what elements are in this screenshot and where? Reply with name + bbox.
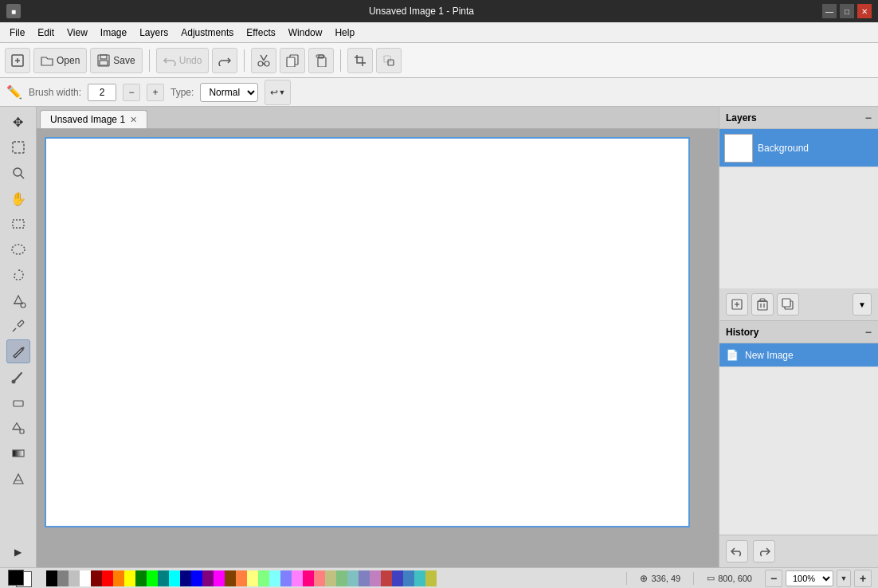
palette-color[interactable]	[69, 570, 80, 586]
palette-color[interactable]	[191, 570, 202, 586]
tab-unsaved-image-1[interactable]: Unsaved Image 1 ✕	[40, 110, 147, 128]
palette-color[interactable]	[258, 570, 269, 586]
toolbox-expand[interactable]: ▶	[6, 540, 30, 564]
close-button[interactable]: ✕	[857, 4, 872, 18]
palette-color[interactable]	[124, 570, 135, 586]
palette-color[interactable]	[370, 570, 381, 586]
palette-color[interactable]	[314, 570, 325, 586]
zoom-select[interactable]: 100% 50% 200%	[786, 570, 833, 586]
selection-tool[interactable]	[6, 135, 30, 159]
eraser-tool[interactable]	[6, 390, 30, 414]
palette-color[interactable]	[247, 570, 258, 586]
layer-item-background[interactable]: Background ✓	[719, 129, 878, 167]
tab-close-icon[interactable]: ✕	[130, 115, 137, 125]
menu-image[interactable]: Image	[94, 25, 133, 41]
palette-color[interactable]	[147, 570, 158, 586]
brush-width-increase[interactable]: +	[147, 84, 164, 101]
history-undo-button[interactable]	[726, 540, 748, 563]
palette-color[interactable]	[392, 570, 403, 586]
menu-help[interactable]: Help	[328, 25, 361, 41]
gradient-tool[interactable]	[6, 441, 30, 465]
brush-type-select[interactable]: Normal	[200, 83, 258, 102]
move-tool[interactable]: ✥	[6, 110, 30, 134]
palette-color[interactable]	[214, 570, 225, 586]
delete-layer-button[interactable]	[751, 293, 774, 316]
layer-menu-button[interactable]: ▼	[853, 293, 872, 316]
options-bar: ✏️ Brush width: − + Type: Normal ↩▼	[0, 78, 878, 107]
save-button[interactable]: Save	[90, 48, 142, 73]
flood-fill-tool[interactable]	[6, 416, 30, 440]
palette-color[interactable]	[225, 570, 236, 586]
menu-edit[interactable]: Edit	[31, 25, 61, 41]
brush-shape-btn[interactable]: ↩▼	[265, 80, 291, 105]
palette-color[interactable]	[292, 570, 303, 586]
paste-button[interactable]	[308, 48, 334, 73]
main-area: ✥ ✋	[0, 107, 878, 567]
redo-button[interactable]	[212, 48, 237, 73]
copy-button[interactable]	[280, 48, 305, 73]
lasso-tool[interactable]	[6, 263, 30, 287]
history-item-new-image[interactable]: 📄 New Image	[719, 343, 878, 367]
open-button[interactable]: Open	[33, 48, 87, 73]
history-collapse-button[interactable]: −	[865, 326, 872, 339]
image-canvas[interactable]	[45, 137, 690, 527]
palette-color[interactable]	[102, 570, 113, 586]
duplicate-layer-button[interactable]	[777, 293, 799, 316]
color-indicators[interactable]	[6, 568, 33, 589]
new-button[interactable]	[5, 48, 30, 73]
minimize-button[interactable]: —	[822, 4, 837, 18]
palette-color[interactable]	[158, 570, 169, 586]
palette-color[interactable]	[303, 570, 314, 586]
brush-width-decrease[interactable]: −	[123, 84, 140, 101]
palette-color[interactable]	[202, 570, 214, 586]
brush-width-input[interactable]	[88, 84, 116, 101]
palette-color[interactable]	[236, 570, 247, 586]
palette-color[interactable]	[135, 570, 147, 586]
palette-color[interactable]	[403, 570, 414, 586]
cut-button[interactable]	[251, 48, 276, 73]
menu-effects[interactable]: Effects	[240, 25, 281, 41]
palette-color[interactable]	[336, 570, 347, 586]
palette-color[interactable]	[359, 570, 370, 586]
maximize-button[interactable]: □	[840, 4, 854, 18]
palette-color[interactable]	[57, 570, 69, 586]
menu-file[interactable]: File	[3, 25, 31, 41]
menu-adjustments[interactable]: Adjustments	[174, 25, 240, 41]
rect-select-tool[interactable]	[6, 212, 30, 236]
resize-button[interactable]	[376, 48, 402, 73]
crop-button[interactable]	[347, 48, 373, 73]
palette-color[interactable]	[91, 570, 102, 586]
foreground-color-swatch[interactable]	[8, 570, 24, 586]
history-redo-button[interactable]	[753, 540, 775, 563]
text-tool[interactable]	[6, 467, 30, 491]
menu-window[interactable]: Window	[282, 25, 329, 41]
pencil-tool[interactable]	[6, 339, 30, 363]
palette-color[interactable]	[381, 570, 392, 586]
palette-color[interactable]	[414, 570, 425, 586]
menu-layers[interactable]: Layers	[133, 25, 174, 41]
palette-color[interactable]	[80, 570, 91, 586]
zoom-out-button[interactable]: −	[765, 570, 782, 587]
brush-tool[interactable]	[6, 365, 30, 389]
palette-color[interactable]	[347, 570, 359, 586]
zoom-tool[interactable]	[6, 161, 30, 185]
palette-color[interactable]	[169, 570, 180, 586]
layers-collapse-button[interactable]: −	[865, 112, 872, 124]
palette-color[interactable]	[46, 570, 57, 586]
palette-color[interactable]	[269, 570, 280, 586]
eyedropper-tool[interactable]	[6, 314, 30, 338]
palette-color[interactable]	[325, 570, 336, 586]
palette-color[interactable]	[280, 570, 292, 586]
palette-color[interactable]	[425, 570, 437, 586]
paint-bucket-tool[interactable]	[6, 288, 30, 312]
palette-color[interactable]	[180, 570, 191, 586]
add-layer-button[interactable]	[726, 293, 748, 316]
undo-button[interactable]: Undo	[156, 48, 210, 73]
zoom-in-button[interactable]: +	[854, 570, 872, 587]
palette-color[interactable]	[113, 570, 124, 586]
layer-visible-icon[interactable]: ✓	[860, 142, 873, 155]
menu-view[interactable]: View	[61, 25, 94, 41]
ellipse-select-tool[interactable]	[6, 237, 30, 261]
zoom-dropdown-button[interactable]: ▼	[837, 570, 851, 587]
pan-tool[interactable]: ✋	[6, 186, 30, 210]
